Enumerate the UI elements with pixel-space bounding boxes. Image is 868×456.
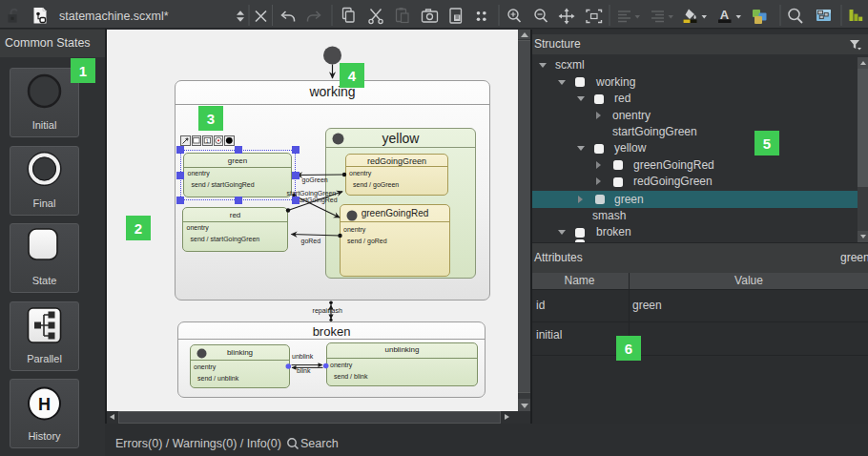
- svg-text:goGreen: goGreen: [302, 176, 328, 184]
- svg-text:startGoingRed: startGoingRed: [295, 197, 338, 204]
- svg-text:A: A: [720, 8, 730, 22]
- svg-text:unblink: unblink: [292, 353, 314, 360]
- svg-text:flash: flash: [328, 307, 342, 314]
- svg-text:blink: blink: [297, 367, 311, 374]
- svg-text:H: H: [38, 395, 51, 414]
- svg-text:1: 1: [206, 138, 209, 144]
- svg-text:goRed: goRed: [301, 238, 321, 245]
